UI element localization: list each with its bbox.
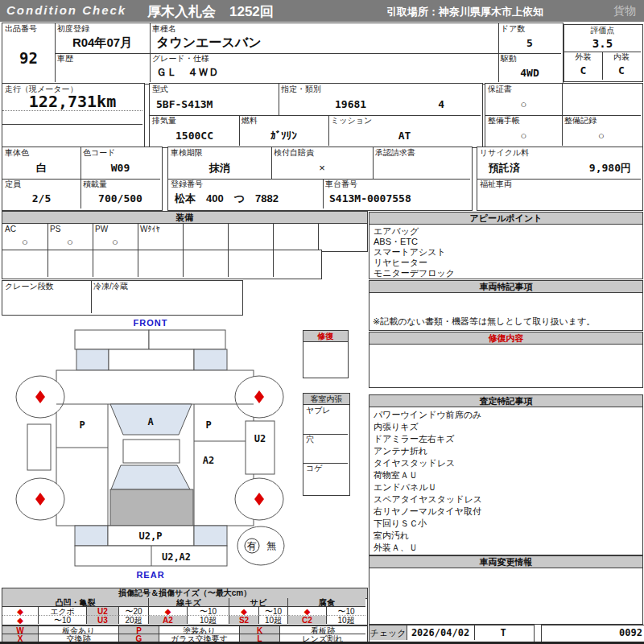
list-item: スマートアシスト bbox=[374, 247, 638, 258]
list-item: ABS・ETC bbox=[374, 237, 638, 247]
damage-diamond-icon: ◆ bbox=[2, 607, 39, 616]
maintenance-book-cell: 整備手帳 ○ bbox=[485, 115, 563, 146]
crane-cell: クレーン段数 bbox=[2, 281, 92, 313]
mark-windshield: A bbox=[147, 416, 154, 427]
equipment-row2 bbox=[2, 250, 322, 279]
vehicle-notes-section: 車両特記事項 ※記載のない書類・機器等は無しとして取り扱います。 bbox=[369, 280, 643, 331]
equipment-cell bbox=[318, 224, 365, 250]
list-item: 室内汚れ bbox=[374, 530, 638, 542]
disclaimer-note: ※記載のない書類・機器等は無しとして取り扱います。 bbox=[373, 316, 595, 328]
plate-cell: 登録番号 松本 400 つ 7882 bbox=[168, 179, 324, 208]
mileage-empty-row bbox=[2, 110, 142, 125]
change-info-section: 車両変更情報 bbox=[369, 555, 643, 625]
equipment-cell: Wﾀｲﾔ bbox=[138, 224, 184, 250]
interior-row-hole: 穴 bbox=[303, 434, 348, 464]
recycle-status: 預託済 bbox=[489, 161, 520, 175]
mileage-cell: 122,731km bbox=[2, 84, 142, 111]
equipment-cell: PS ○ bbox=[47, 224, 93, 250]
equipment-cell bbox=[183, 224, 229, 250]
lot-number-cell: 出品番号 92 bbox=[2, 23, 56, 82]
equipment-cell: AC ○ bbox=[2, 224, 48, 250]
list-item: タイヤスタッドレス bbox=[374, 457, 638, 469]
color-table: 車体色 白 色コード W09 定員 2/5 積載量 700/500 bbox=[2, 147, 163, 211]
recycle-cell: リサイクル料 預託済 9,980円 bbox=[477, 147, 641, 180]
refrigeration-cell: 冷凍/冷蔵 bbox=[91, 281, 241, 313]
assessment-section: 査定特記事項 パワーウインドウ前席のみ 内張りキズ ドアミラー左右キズ アンテナ… bbox=[369, 394, 643, 555]
list-item: アンテナ折れ bbox=[374, 445, 638, 457]
spec-table: 型式 5BF-S413M 指定・類別 19681 4 排気量 1500CC 燃料… bbox=[149, 83, 483, 148]
body-color-cell: 車体色 白 bbox=[2, 147, 81, 180]
list-item: 内張りキズ bbox=[374, 421, 638, 433]
empty-cell bbox=[562, 84, 641, 116]
interior-row-burn: コゲ bbox=[303, 463, 348, 493]
assessment-list: パワーウインドウ前席のみ 内張りキズ ドアミラー左右キズ アンテナ折れ タイヤス… bbox=[369, 407, 642, 555]
crane-table: クレーン段数 冷凍/冷蔵 bbox=[2, 280, 243, 316]
mark-right-front-door: P bbox=[205, 419, 211, 431]
fuel-cell: 燃料 ｶﾞｿﾘﾝ bbox=[239, 115, 329, 146]
list-item: エアバッグ bbox=[374, 226, 638, 237]
check-date: 2026/04/02 bbox=[407, 625, 475, 640]
welfare-cell: 福祉車両 bbox=[477, 179, 641, 208]
equipment-cell: PW ○ bbox=[93, 224, 138, 250]
insurance-cell: 検付自賠責 × bbox=[271, 147, 374, 180]
equipment-cell bbox=[273, 224, 319, 250]
auction-title: 厚木入札会 1252回 bbox=[147, 2, 274, 21]
load-cell: 積載量 700/500 bbox=[80, 179, 160, 208]
left-side-box bbox=[27, 424, 51, 470]
class-cell: 指定・類別 19681 4 bbox=[279, 84, 481, 116]
list-item: 右リヤノーマルタイヤ取付 bbox=[374, 506, 638, 518]
front-label: FRONT bbox=[134, 318, 168, 328]
circle-mark: ○ bbox=[485, 93, 562, 115]
approval-cell: 承認請求書 bbox=[373, 147, 470, 180]
damage-code: C2 bbox=[288, 616, 327, 624]
color-code-cell: 色コード W09 bbox=[80, 147, 160, 180]
symbol-code: P bbox=[119, 626, 159, 634]
pickup-location: 引取場所：神奈川県厚木市上依知 bbox=[386, 5, 543, 19]
top-bar: Condition Check 厚木入札会 1252回 引取場所：神奈川県厚木市… bbox=[0, 0, 644, 22]
mark-rear-bumper: U2,A2 bbox=[162, 551, 191, 563]
interior-mini-box: 客室内張 ヤブレ 穴 コゲ bbox=[303, 393, 350, 496]
rear-label: REAR bbox=[136, 570, 164, 580]
circle-mark: ○ bbox=[485, 125, 562, 146]
brand-logo: Condition Check bbox=[6, 3, 126, 17]
header-table: 出品番号 92 初度登録 R04年07月 車歴 車種名 タウンエースバン グレー… bbox=[2, 23, 564, 85]
mark-right-side: U2 bbox=[254, 433, 266, 444]
repair-mini-box: 修復 bbox=[303, 330, 349, 378]
mark-left-front-door: P bbox=[79, 419, 85, 431]
presence-yes: 有 bbox=[246, 540, 257, 551]
model-code-cell: 型式 5BF-S413M bbox=[150, 84, 279, 116]
appeal-section: アピールポイント エアバッグ ABS・ETC スマートアシスト リヤヒーター モ… bbox=[369, 212, 643, 279]
mileage-box: 走行（現メーター） 122,731km bbox=[2, 83, 145, 148]
check-inspector: T bbox=[474, 625, 532, 640]
inspection-cell: 車検期限 抹消 bbox=[168, 147, 272, 180]
inspection-table: 車検期限 抹消 検付自賠責 × 承認請求書 登録番号 松本 400 つ 7882… bbox=[167, 147, 473, 211]
circle-mark: ○ bbox=[562, 125, 641, 146]
model-name-cell: 車種名 タウンエースバン bbox=[150, 23, 499, 54]
list-item: 下回りＳＣ小 bbox=[374, 518, 638, 530]
chassis-cell: 車台番号 S413M-0007558 bbox=[323, 179, 470, 208]
list-item: エンドパネルＵ bbox=[374, 481, 638, 493]
capacity-cell: 定員 2/5 bbox=[2, 179, 81, 208]
damage-code: A2 bbox=[149, 616, 188, 624]
damage-code: U3 bbox=[87, 616, 119, 624]
condition-check-sheet: { "top_bar": { "brand": "Condition Check… bbox=[0, 0, 644, 644]
vehicle-diagram: P A P U2 A2 U2,P U2,A2 FRONT REAR 有 無 bbox=[0, 314, 290, 584]
score-cell: 評価点 3.5 bbox=[564, 25, 641, 52]
damage-diamond-icon: ◆ bbox=[2, 616, 39, 624]
check-label: チェック bbox=[369, 625, 407, 640]
drive-cell: 駆動 4WD bbox=[498, 53, 561, 82]
presence-no: 無 bbox=[266, 540, 276, 551]
damage-diamond-icon: ◆ bbox=[288, 607, 327, 616]
list-item: ドアミラー左右キズ bbox=[374, 433, 638, 445]
list-item: スペアタイヤスタッドレス bbox=[374, 493, 638, 506]
damage-diamond-icon: ◆ bbox=[149, 607, 188, 616]
category-label: 貨物 bbox=[613, 4, 636, 19]
recycle-table: リサイクル料 預託済 9,980円 福祉車両 bbox=[477, 147, 643, 211]
history-cell: 車歴 bbox=[55, 53, 151, 82]
damage-code: U2 bbox=[87, 607, 119, 616]
list-item: リヤヒーター bbox=[374, 258, 638, 268]
appeal-list: エアバッグ ABS・ETC スマートアシスト リヤヒーター モニターデフロック bbox=[369, 225, 642, 280]
repair-content-section: 修復内容 bbox=[369, 332, 643, 388]
check-row: チェック 2026/04/02 T bbox=[369, 625, 535, 642]
symbol-code: W bbox=[2, 626, 39, 634]
